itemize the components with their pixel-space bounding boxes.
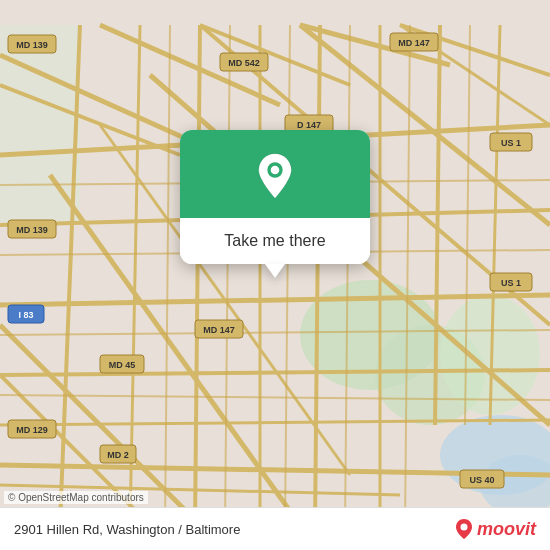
popup-icon-area: [180, 130, 370, 218]
svg-text:MD 139: MD 139: [16, 40, 48, 50]
map-container: MD 139 MD 542 MD 147 D 147 US 1 MD 139 I…: [0, 0, 550, 550]
svg-text:MD 45: MD 45: [109, 360, 136, 370]
svg-text:D 147: D 147: [297, 120, 321, 130]
address-text: 2901 Hillen Rd, Washington / Baltimore: [14, 522, 240, 537]
svg-point-73: [271, 166, 280, 175]
svg-text:US 40: US 40: [469, 475, 494, 485]
take-me-there-button[interactable]: Take me there: [180, 218, 370, 264]
map-attribution: © OpenStreetMap contributors: [4, 491, 148, 504]
svg-rect-4: [0, 25, 80, 225]
svg-text:MD 147: MD 147: [203, 325, 235, 335]
svg-text:MD 139: MD 139: [16, 225, 48, 235]
svg-text:MD 129: MD 129: [16, 425, 48, 435]
popup-card: Take me there: [180, 130, 370, 264]
svg-text:MD 147: MD 147: [398, 38, 430, 48]
moovit-logo: moovit: [455, 518, 536, 540]
location-pin-icon: [251, 152, 299, 200]
popup-tail: [265, 264, 285, 278]
svg-point-74: [460, 524, 467, 531]
moovit-wordmark: moovit: [477, 519, 536, 540]
svg-text:I 83: I 83: [18, 310, 33, 320]
svg-text:US 1: US 1: [501, 138, 521, 148]
svg-text:US 1: US 1: [501, 278, 521, 288]
moovit-pin-icon: [455, 518, 473, 540]
svg-text:MD 2: MD 2: [107, 450, 129, 460]
bottom-bar: 2901 Hillen Rd, Washington / Baltimore m…: [0, 507, 550, 550]
svg-text:MD 542: MD 542: [228, 58, 260, 68]
